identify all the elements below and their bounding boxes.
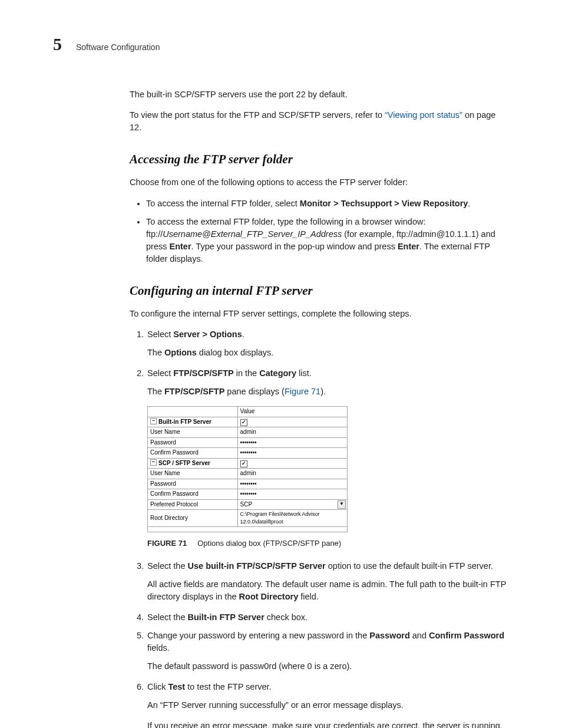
option-name: Use built-in FTP/SCP/SFTP Server xyxy=(188,561,326,571)
value: SCP xyxy=(240,501,253,508)
step-6: Click Test to test the FTP server. An “F… xyxy=(146,681,509,728)
text: Select xyxy=(147,368,173,378)
step-5: Change your password by entering a new p… xyxy=(146,630,509,673)
options-table: Value −Built-in FTP Server ✓ User Name a… xyxy=(147,406,348,532)
row-root-directory: Root Directory xyxy=(148,510,238,527)
checkbox-checked-icon[interactable]: ✓ xyxy=(240,419,247,426)
text: The xyxy=(147,348,164,357)
row-user-name: User Name xyxy=(148,427,238,438)
cell-user-name[interactable]: admin xyxy=(237,427,347,438)
step-6-troubleshoot: If you receive an error message, make su… xyxy=(147,720,509,728)
step-5-note: The default password is passw0rd (where … xyxy=(147,660,509,673)
text: to test the FTP server. xyxy=(185,682,271,691)
text: Select the xyxy=(147,561,188,571)
figure-label: FIGURE 71 xyxy=(147,539,187,548)
page: 5 Software Configuration The built-in SC… xyxy=(0,0,562,728)
cell-password[interactable]: •••••••• xyxy=(237,437,347,448)
row-built-in-ftp[interactable]: −Built-in FTP Server xyxy=(148,417,238,427)
menu-path: Monitor > Techsupport > View Repository xyxy=(300,199,468,208)
text: check box. xyxy=(265,612,308,622)
text: The xyxy=(147,387,164,396)
running-header: 5 Software Configuration xyxy=(53,34,509,54)
col-header-value: Value xyxy=(237,407,347,417)
chapter-number: 5 xyxy=(53,34,62,54)
text: Select the xyxy=(147,612,188,622)
label: Built-in FTP Server xyxy=(158,419,211,425)
menu-path: Server > Options xyxy=(173,330,242,339)
field-password: Password xyxy=(369,631,410,640)
row-scp-pass: Password xyxy=(148,479,238,489)
step-6-result: An “FTP Server running successfully” or … xyxy=(147,699,509,711)
sec2-lead: To configure the internal FTP server set… xyxy=(130,308,509,320)
figure-caption: FIGURE 71Options dialog box (FTP/SCP/SFT… xyxy=(147,538,509,549)
cell-scp-user[interactable]: admin xyxy=(237,469,347,479)
text: All active fields are mandatory. The def… xyxy=(147,579,506,601)
row-password: Password xyxy=(148,437,238,448)
field-confirm-password: Confirm Password xyxy=(429,631,504,640)
text: list. xyxy=(296,368,312,378)
row-scp-conf: Confirm Password xyxy=(148,489,238,500)
sec1-bullets: To access the internal FTP folder, selec… xyxy=(130,197,509,265)
text: To access the internal FTP folder, selec… xyxy=(146,199,300,208)
ftp-url-template: Username@External_FTP_Server_IP_Address xyxy=(163,229,342,239)
intro-para-2: To view the port status for the FTP and … xyxy=(130,109,509,134)
heading-configuring-internal-ftp: Configuring an internal FTP server xyxy=(130,282,509,299)
heading-accessing-ftp: Accessing the FTP server folder xyxy=(130,150,509,168)
body-column: The built-in SCP/SFTP servers use the po… xyxy=(130,88,509,728)
link-viewing-port-status[interactable]: “Viewing port status” xyxy=(385,110,462,120)
step-3: Select the Use built-in FTP/SCP/SFTP Ser… xyxy=(146,560,509,603)
text: dialog box displays. xyxy=(197,348,274,357)
key-enter: Enter xyxy=(398,242,419,251)
text: To view the port status for the FTP and … xyxy=(130,110,385,120)
list-name: Category xyxy=(259,368,296,378)
cell-scp-pass[interactable]: •••••••• xyxy=(237,479,347,489)
row-scp-user: User Name xyxy=(148,469,238,479)
bullet-external-ftp: To access the external FTP folder, type … xyxy=(146,216,509,265)
button-test: Test xyxy=(168,682,185,691)
text: pane displays ( xyxy=(224,387,285,396)
bullet-internal-ftp: To access the internal FTP folder, selec… xyxy=(146,197,509,210)
chevron-down-icon[interactable]: ▼ xyxy=(338,500,346,509)
figure-71: Value −Built-in FTP Server ✓ User Name a… xyxy=(147,406,509,549)
figure-title: Options dialog box (FTP/SCP/SFTP pane) xyxy=(197,539,341,548)
step-1: Select Server > Options. The Options dia… xyxy=(146,328,509,359)
text: field. xyxy=(298,592,319,601)
checkbox-checked-icon[interactable]: ✓ xyxy=(240,460,247,467)
row-preferred-protocol: Preferred Protocol xyxy=(148,499,238,510)
step-2: Select FTP/SCP/SFTP in the Category list… xyxy=(146,367,509,549)
text: fields. xyxy=(147,643,170,653)
key-enter: Enter xyxy=(170,242,191,251)
cell-ftp-enabled[interactable]: ✓ xyxy=(237,417,347,427)
checkbox-name: Built-in FTP Server xyxy=(188,612,265,622)
cell-preferred-protocol[interactable]: SCP▼ xyxy=(237,499,347,510)
step-1-result: The Options dialog box displays. xyxy=(147,347,509,359)
label: SCP / SFTP Server xyxy=(158,460,210,466)
twisty-icon[interactable]: − xyxy=(150,459,157,466)
chapter-title: Software Configuration xyxy=(76,42,160,52)
link-figure-71[interactable]: Figure 71 xyxy=(285,387,320,396)
text: . Type your password in the pop-up windo… xyxy=(191,242,398,251)
row-scp-sftp[interactable]: −SCP / SFTP Server xyxy=(148,458,238,469)
procedure-steps: Select Server > Options. The Options dia… xyxy=(130,328,509,728)
cell-root-directory[interactable]: C:\Program Files\Network Advisor 12.0.0\… xyxy=(237,510,347,527)
intro-para-1: The built-in SCP/SFTP servers use the po… xyxy=(130,88,509,101)
text: . xyxy=(468,199,470,208)
text: in the xyxy=(234,368,260,378)
pane-name: FTP/SCP/SFTP xyxy=(164,387,224,396)
text: option to use the default built-in FTP s… xyxy=(326,561,493,571)
cell-scp-enabled[interactable]: ✓ xyxy=(237,458,347,469)
text: and xyxy=(410,631,429,640)
cell-scp-conf[interactable]: •••••••• xyxy=(237,489,347,500)
twisty-icon[interactable]: − xyxy=(150,418,157,424)
category-name: FTP/SCP/SFTP xyxy=(173,368,233,378)
dialog-name: Options xyxy=(164,348,197,357)
row-confirm-password: Confirm Password xyxy=(148,448,238,459)
cell-confirm-password[interactable]: •••••••• xyxy=(237,448,347,459)
text: Click xyxy=(147,682,168,691)
step-2-result: The FTP/SCP/SFTP pane displays (Figure 7… xyxy=(147,386,509,398)
text: Select xyxy=(147,330,173,339)
sec1-lead: Choose from one of the following options… xyxy=(130,176,509,189)
step-3-note: All active fields are mandatory. The def… xyxy=(147,578,509,603)
field-name: Root Directory xyxy=(239,592,299,601)
text: Change your password by entering a new p… xyxy=(147,631,369,640)
